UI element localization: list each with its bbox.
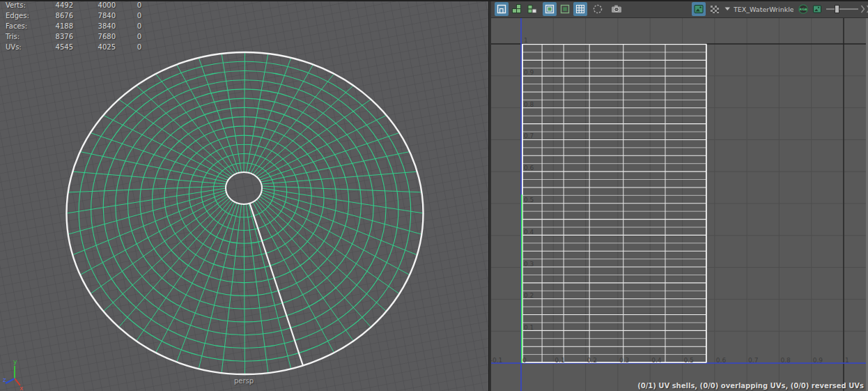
texture-name-label[interactable]: TEX_WaterWrinklesPa (734, 6, 793, 13)
hud-value: 0 (119, 12, 141, 20)
svg-text:RGB: RGB (800, 8, 807, 11)
texture-borders-icon[interactable] (573, 2, 587, 16)
hud-value: 7840 (84, 12, 116, 20)
gizmo-x-label: x (20, 385, 24, 390)
u-axis-label: 0.9 (813, 357, 823, 364)
slider-track[interactable] (826, 8, 858, 10)
exposure-slider[interactable] (826, 4, 858, 14)
u-axis-label: 0.3 (619, 357, 629, 364)
v-axis-label: 1 (524, 37, 528, 44)
hud-value: 0 (119, 33, 141, 40)
hud-value: 8376 (38, 33, 73, 40)
uv-status-bar: (0/1) UV shells, (0/0) overlapping UVs, … (637, 382, 864, 390)
uv-editor-toolbar: TEX_WaterWrinklesPa RGB (491, 0, 868, 18)
display-image-dim-icon[interactable] (558, 2, 572, 16)
uv-toolbar-left-group (495, 2, 623, 16)
v-axis-label: 0.9 (524, 69, 534, 76)
v-axis-label: 0.8 (524, 101, 534, 108)
hud-value: 4492 (38, 1, 73, 9)
window-top-border (0, 0, 868, 1)
hud-value: 3840 (84, 22, 116, 30)
hud-label: UVs: (6, 43, 22, 51)
hud-label: Edges: (6, 12, 29, 20)
hud-value: 4188 (38, 22, 73, 30)
texture-dropdown-arrow-icon[interactable] (724, 7, 731, 11)
gizmo-y-label: y (13, 358, 17, 365)
hud-value: 0 (119, 22, 141, 30)
u-axis-label: 0.2 (587, 357, 597, 364)
u-axis-label: 0.5 (684, 357, 694, 364)
u-axis-label: 0 (522, 357, 527, 364)
gizmo-z-label: z (3, 376, 6, 383)
image-range-icon[interactable] (810, 2, 824, 16)
camera-name-label: persp (209, 377, 279, 385)
v-axis-label: 0.4 (524, 229, 534, 236)
rgb-channels-icon[interactable]: RGB (796, 2, 810, 16)
uv-shells-icon[interactable] (510, 2, 524, 16)
uv-grid-canvas[interactable]: -0.100.10.20.30.40.50.60.70.80.910.10.20… (491, 18, 868, 391)
hud-row: Edges:867678400 (0, 12, 160, 22)
hud-value: 8676 (38, 12, 73, 20)
disc-mesh-wireframe (0, 0, 488, 391)
hud-label: Faces: (6, 22, 27, 30)
v-axis-label: 0.1 (524, 324, 534, 331)
v-axis-label: 0.5 (524, 197, 534, 204)
hud-row: Verts:449240000 (0, 1, 160, 12)
slider-handle[interactable] (835, 5, 839, 13)
hud-value: 4025 (84, 43, 116, 51)
hud-value: 0 (119, 1, 141, 9)
hud-value: 7680 (84, 33, 116, 40)
uv-edit-mode-icon[interactable] (495, 2, 509, 16)
perspective-viewport[interactable]: Verts:449240000Edges:867678400Faces:4188… (0, 0, 488, 391)
hud-row: Tris:837676800 (0, 33, 160, 43)
uv-editor-panel[interactable]: TEX_WaterWrinklesPa RGB -0.100.10.20.30.… (491, 0, 868, 391)
u-axis-label: 0.4 (651, 357, 662, 364)
show-image-icon[interactable] (692, 2, 706, 16)
hud-row: UVs:454540250 (0, 43, 160, 54)
uv-snapshot-icon[interactable] (610, 2, 623, 16)
v-axis-label: 0.3 (524, 261, 534, 268)
u-axis-label: 1 (845, 357, 849, 364)
hud-label: Verts: (6, 1, 26, 9)
hud-value: 4545 (38, 43, 73, 51)
v-axis-label: 0.2 (524, 292, 534, 299)
u-axis-label: 0.8 (780, 357, 791, 364)
u-axis-label: -0.1 (491, 357, 502, 364)
u-axis-label: 0.1 (555, 357, 564, 364)
uv-toolbar-right-group: TEX_WaterWrinklesPa RGB (692, 2, 868, 16)
view-axis-gizmo: y z x (3, 357, 33, 390)
checker-tile-icon[interactable] (708, 2, 722, 16)
hud-value: 0 (119, 43, 141, 51)
v-axis-label: 0.6 (524, 164, 534, 171)
uv-shell-move-icon[interactable] (525, 2, 539, 16)
v-axis-label: 0.7 (524, 132, 534, 139)
hud-label: Tris: (6, 33, 20, 40)
hud-value: 4000 (84, 1, 116, 9)
display-image-icon[interactable] (543, 2, 557, 16)
u-axis-label: 0.7 (748, 357, 758, 364)
isolate-select-icon[interactable] (591, 2, 605, 16)
hud-row: Faces:418838400 (0, 22, 160, 33)
u-axis-label: 0.6 (716, 357, 727, 364)
expand-chevron-icon[interactable] (860, 4, 865, 14)
